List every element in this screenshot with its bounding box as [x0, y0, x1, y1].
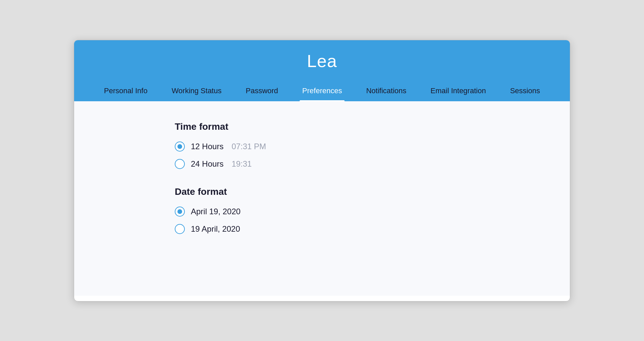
tab-sessions[interactable]: Sessions [498, 80, 552, 101]
tab-preferences[interactable]: Preferences [290, 80, 354, 101]
tab-working-status[interactable]: Working Status [160, 80, 234, 101]
time-format-12h-label: 12 Hours [191, 142, 223, 151]
date-format-dmy-radio[interactable] [175, 224, 185, 234]
time-format-24h-radio[interactable] [175, 159, 185, 169]
time-format-24h-label: 24 Hours [191, 159, 223, 169]
time-format-12h-option[interactable]: 12 Hours 07:31 PM [175, 141, 469, 152]
time-format-24h-option[interactable]: 24 Hours 19:31 [175, 159, 469, 169]
date-format-dmy-label: 19 April, 2020 [191, 224, 240, 234]
page-title: Lea [307, 51, 337, 71]
tab-notifications[interactable]: Notifications [354, 80, 419, 101]
header: Lea Personal Info Working Status Passwor… [74, 40, 570, 101]
date-format-mdy-option[interactable]: April 19, 2020 [175, 207, 469, 217]
time-format-24h-example: 19:31 [231, 159, 252, 169]
time-format-12h-radio[interactable] [175, 141, 185, 152]
app-container: Lea Personal Info Working Status Passwor… [74, 40, 570, 301]
tab-email-integration[interactable]: Email Integration [419, 80, 498, 101]
date-format-dmy-option[interactable]: 19 April, 2020 [175, 224, 469, 234]
content-area: Time format 12 Hours 07:31 PM 24 Hours 1… [74, 101, 570, 296]
time-format-section: Time format 12 Hours 07:31 PM 24 Hours 1… [175, 121, 469, 169]
date-format-section: Date format April 19, 2020 19 April, 202… [175, 186, 469, 234]
tab-password[interactable]: Password [233, 80, 290, 101]
tab-personal-info[interactable]: Personal Info [92, 80, 160, 101]
date-format-mdy-label: April 19, 2020 [191, 207, 240, 216]
date-format-title: Date format [175, 186, 469, 197]
time-format-title: Time format [175, 121, 469, 132]
nav-tabs: Personal Info Working Status Password Pr… [74, 80, 570, 101]
date-format-mdy-radio[interactable] [175, 207, 185, 217]
time-format-12h-example: 07:31 PM [231, 142, 266, 151]
